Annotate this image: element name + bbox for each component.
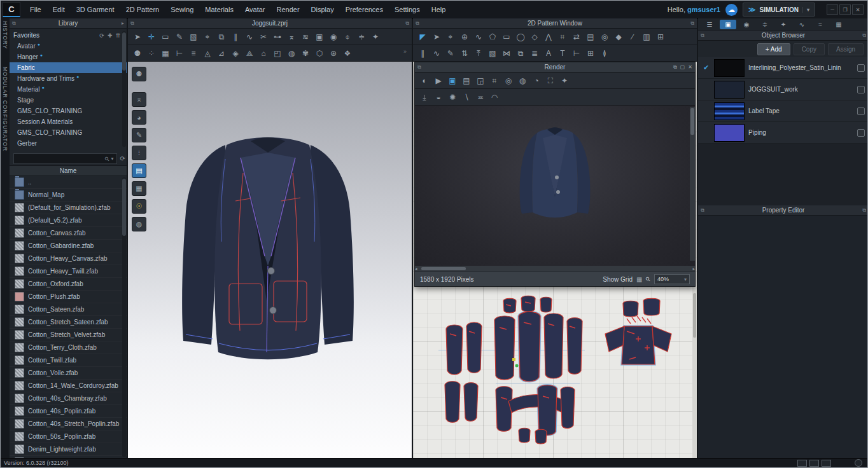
favorites-item[interactable]: Hardware and Trims ● bbox=[10, 73, 127, 84]
username-link[interactable]: gmsuser1 bbox=[687, 6, 720, 13]
environment-light-icon[interactable]: ◒ bbox=[431, 90, 445, 104]
history-tab[interactable]: HISTORY bbox=[2, 21, 8, 49]
favorites-item[interactable]: Avatar ● bbox=[10, 41, 127, 52]
light-direction-icon[interactable]: ∖ bbox=[459, 90, 473, 104]
lock-icon[interactable] bbox=[857, 86, 865, 93]
sync-status-icon[interactable] bbox=[855, 459, 862, 467]
add-point-icon[interactable]: ⊕ bbox=[458, 30, 472, 43]
file-row[interactable]: .. bbox=[10, 176, 127, 189]
compare-length-icon[interactable]: ⇄ bbox=[570, 30, 584, 43]
favorites-item[interactable]: Gerber bbox=[10, 138, 127, 149]
garment-3d-viewport[interactable]: ⚉⌅◕✎⁝▤▦☉◍ bbox=[128, 62, 412, 458]
topstitch-tab-icon[interactable]: ∿ bbox=[794, 20, 810, 29]
favorites-item[interactable]: GMS_CLO_TRAINING bbox=[10, 127, 127, 138]
layout-2d-window-icon[interactable] bbox=[809, 460, 819, 467]
avatar-pose-icon[interactable]: ☉ bbox=[132, 199, 146, 214]
pattern-2d-dock-icon[interactable]: ⧉ bbox=[416, 20, 419, 27]
property-editor-dock-icon[interactable]: ⧉ bbox=[701, 207, 704, 214]
zipper-icon[interactable]: ≑ bbox=[354, 30, 368, 43]
show-grid-checkbox-icon[interactable]: ▦ bbox=[636, 276, 642, 283]
favorites-item[interactable]: Session A Materials bbox=[10, 116, 127, 127]
menu-item[interactable]: 2D Pattern bbox=[120, 1, 165, 18]
print-icon[interactable]: ⊛ bbox=[326, 46, 340, 60]
select-move-icon[interactable]: ➤ bbox=[130, 30, 144, 43]
favorites-item[interactable]: GMS_CLO_TRAINING bbox=[10, 106, 127, 116]
simulation-caret-icon[interactable]: ▾ bbox=[802, 7, 809, 13]
object-browser-dock-icon[interactable]: ⧉ bbox=[701, 32, 704, 39]
scroll-right-icon[interactable]: ▸ bbox=[692, 266, 695, 272]
file-row[interactable]: Cotton_Terry_Cloth.zfab bbox=[10, 341, 127, 354]
notch-icon[interactable]: ⋀ bbox=[542, 30, 556, 43]
favorites-item[interactable]: Material ● bbox=[10, 84, 127, 95]
object-browser-expand-icon[interactable]: ⧉ bbox=[862, 32, 866, 39]
symmetric-pattern-icon[interactable]: ⋈ bbox=[500, 46, 514, 60]
trace-icon[interactable]: ⊞ bbox=[654, 30, 668, 43]
steam-icon[interactable]: ≋ bbox=[298, 30, 312, 43]
favorites-item[interactable]: Stage bbox=[10, 95, 127, 106]
final-render-icon[interactable]: ▶ bbox=[431, 74, 445, 87]
name-column-header[interactable]: Name bbox=[10, 165, 127, 176]
search-caret-icon[interactable]: ▾ bbox=[111, 156, 114, 162]
colorway-icon[interactable]: ✾ bbox=[298, 46, 312, 60]
video-render-icon[interactable]: ⌗ bbox=[487, 74, 501, 87]
schedule-render-icon[interactable]: ◔ bbox=[529, 74, 543, 87]
transform-pattern-icon[interactable]: ◤ bbox=[416, 30, 430, 43]
uv-tab-icon[interactable]: ▦ bbox=[830, 20, 847, 29]
grading-icon[interactable]: ▥ bbox=[640, 30, 654, 43]
measure-avatar-icon[interactable]: ⊢ bbox=[172, 46, 186, 60]
free-sew-icon[interactable]: ∿ bbox=[242, 30, 256, 43]
mesh-display-icon[interactable]: ▦ bbox=[132, 181, 146, 196]
pattern-scrollbar[interactable] bbox=[692, 287, 697, 458]
garment-3d-model[interactable] bbox=[150, 116, 386, 377]
assign-button[interactable]: Assign bbox=[828, 43, 864, 55]
edit-texture-icon[interactable]: ▧ bbox=[186, 30, 200, 43]
copy-button[interactable]: Copy bbox=[794, 43, 825, 55]
toolbar-overflow-icon[interactable]: » bbox=[403, 48, 407, 55]
image-render-icon[interactable]: ▣ bbox=[445, 74, 459, 87]
flattening-icon[interactable]: ◈ bbox=[228, 46, 242, 60]
file-row[interactable]: Cotton_Twill.zfab bbox=[10, 354, 127, 367]
lock-icon[interactable] bbox=[857, 129, 865, 137]
fold-arrangement-icon[interactable]: ⧉ bbox=[214, 30, 228, 43]
segment-sew-icon[interactable]: ∥ bbox=[228, 30, 242, 43]
fabric-item-row[interactable]: Label Tape bbox=[698, 100, 868, 122]
fabric-swatch[interactable] bbox=[714, 81, 745, 99]
scene-list-tab-icon[interactable]: ☰ bbox=[701, 20, 718, 29]
fabric-tab-icon[interactable]: ▣ bbox=[720, 20, 736, 29]
file-row[interactable]: Cotton_Canvas.zfab bbox=[10, 227, 127, 240]
text-tool-icon[interactable]: T bbox=[556, 46, 570, 60]
file-row[interactable]: Cotton_Plush.zfab bbox=[10, 291, 127, 303]
rect-select-icon[interactable]: ▭ bbox=[158, 30, 172, 43]
favorites-item[interactable]: Fabric bbox=[10, 62, 127, 73]
property-editor-expand-icon[interactable]: ⧉ bbox=[862, 207, 866, 214]
rectangle-icon[interactable]: ▭ bbox=[500, 30, 514, 43]
stage-icon[interactable]: ⌂ bbox=[256, 46, 270, 60]
modular-configurator-tab[interactable]: MODULAR CONFIGURATOR bbox=[2, 67, 8, 151]
render-vertical-scrollbar[interactable] bbox=[690, 107, 695, 261]
file-row[interactable]: (Default_v5.2).zfab bbox=[10, 214, 127, 227]
solidify-icon[interactable]: ▣ bbox=[312, 30, 326, 43]
hanger-display-icon[interactable]: ⌅ bbox=[132, 92, 146, 107]
menu-item[interactable]: Preferences bbox=[340, 1, 389, 18]
render-maximize-icon[interactable]: ▢ bbox=[680, 64, 685, 71]
render-props-icon[interactable]: ✦ bbox=[557, 74, 571, 87]
annotation-icon[interactable]: A bbox=[542, 46, 556, 60]
menu-item[interactable]: Settings bbox=[389, 1, 426, 18]
favorites-scrollbar[interactable] bbox=[122, 31, 126, 147]
favorites-root-row[interactable]: Favorites ⟳ ✚ ⇈ bbox=[10, 30, 127, 41]
dart-icon[interactable]: ◇ bbox=[528, 30, 542, 43]
fabric-item-row[interactable]: JOGGSUIT_work bbox=[698, 79, 868, 100]
button-tool-icon[interactable]: ◉ bbox=[326, 30, 340, 43]
file-row[interactable]: Cotton_Stretch_Velvet.zfab bbox=[10, 329, 127, 341]
edit-point-icon[interactable]: ⌖ bbox=[444, 30, 458, 43]
pattern-2d-expand-icon[interactable]: ⧉ bbox=[690, 20, 694, 27]
buttonhole-icon[interactable]: ⌽ bbox=[340, 30, 354, 43]
file-row[interactable]: Cotton_40s_Chambray.zfab bbox=[10, 392, 127, 405]
file-row[interactable]: (Default_for_Simulation).zfab bbox=[10, 202, 127, 214]
print-layout-icon[interactable]: ⊞ bbox=[584, 46, 598, 60]
library-dock-icon[interactable]: ⧉ bbox=[12, 20, 16, 27]
save-image-icon[interactable]: ▤ bbox=[459, 74, 473, 87]
trim-icon[interactable]: ✦ bbox=[368, 30, 382, 43]
unfold-icon[interactable]: ⧉ bbox=[514, 46, 528, 60]
menu-item[interactable]: Display bbox=[305, 1, 340, 18]
